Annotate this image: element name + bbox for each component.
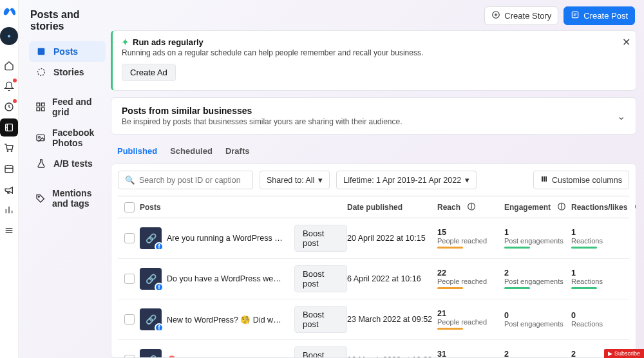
metric-reach: 15People reached bbox=[437, 228, 504, 249]
chevron-down-icon[interactable]: ⌄ bbox=[617, 110, 625, 122]
sidebar-item-posts[interactable]: Posts bbox=[29, 41, 106, 62]
posts-icon bbox=[35, 46, 47, 57]
metric-value: 0 bbox=[571, 311, 625, 320]
caret-down-icon: ▾ bbox=[318, 175, 323, 185]
columns-icon bbox=[540, 175, 548, 185]
table-row[interactable]: 🔗fAre you running a WordPress w…Boost po… bbox=[118, 218, 629, 259]
metric-engagement: 0Post engagements bbox=[504, 311, 571, 328]
metric-label: Reactions bbox=[571, 278, 625, 285]
search-input[interactable]: 🔍 bbox=[118, 171, 253, 189]
col-reach: Reach bbox=[437, 203, 460, 212]
col-posts: Posts bbox=[140, 203, 294, 212]
info-icon[interactable]: ⓘ bbox=[635, 202, 636, 212]
stories-icon bbox=[35, 67, 47, 77]
metric-bar bbox=[437, 287, 463, 289]
svg-rect-5 bbox=[37, 103, 40, 106]
metric-label: Post engagements bbox=[504, 278, 571, 285]
boost-post-button[interactable]: Boost post bbox=[294, 225, 347, 252]
plus-circle-icon bbox=[491, 10, 500, 21]
topbar: Create Story Create Post bbox=[111, 6, 636, 30]
tab-published[interactable]: Published bbox=[117, 145, 157, 157]
customise-columns-button[interactable]: Customise columns bbox=[533, 171, 629, 189]
metric-reactions: 0Reactions bbox=[571, 311, 625, 328]
sidebar-item-ab-tests[interactable]: A/B tests bbox=[29, 153, 106, 174]
svg-rect-3 bbox=[38, 48, 45, 55]
grid-icon bbox=[35, 102, 46, 112]
svg-rect-8 bbox=[41, 108, 44, 111]
close-icon[interactable]: ✕ bbox=[622, 36, 630, 48]
create-ad-button[interactable]: Create Ad bbox=[122, 64, 176, 81]
col-reactions: Reactions/likes bbox=[571, 203, 627, 212]
svg-rect-22 bbox=[545, 176, 547, 182]
row-checkbox[interactable] bbox=[124, 314, 135, 325]
sidebar-item-label: Posts bbox=[53, 46, 78, 57]
metric-value: 2 bbox=[504, 268, 571, 278]
metric-engagement: 2Post engagements bbox=[504, 350, 571, 358]
svg-rect-2 bbox=[5, 165, 13, 173]
boost-post-button[interactable]: Boost post bbox=[294, 306, 347, 333]
facebook-badge-icon: f bbox=[155, 283, 164, 290]
table-row[interactable]: 🔗fNew to WordPress? 🧐 Did we b…Boost pos… bbox=[118, 299, 629, 340]
shared-to-filter[interactable]: Shared to: All ▾ bbox=[260, 171, 330, 189]
metric-value: 1 bbox=[571, 228, 625, 237]
info-icon[interactable]: ⓘ bbox=[558, 202, 565, 212]
account-avatar[interactable]: ● bbox=[0, 27, 18, 45]
metric-engagement: 1Post engagements bbox=[504, 228, 571, 249]
main: Create Story Create Post ✕ ✦ Run ads reg… bbox=[111, 0, 644, 358]
metric-label: Reactions bbox=[571, 320, 625, 328]
sidebar-item-mentions[interactable]: Mentions and tags bbox=[29, 183, 106, 214]
megaphone-icon[interactable] bbox=[0, 180, 18, 198]
row-checkbox[interactable] bbox=[124, 355, 135, 358]
button-label: Create Story bbox=[504, 11, 551, 21]
tab-scheduled[interactable]: Scheduled bbox=[170, 145, 213, 157]
menu-icon[interactable] bbox=[0, 221, 18, 240]
info-icon[interactable]: ⓘ bbox=[468, 202, 475, 212]
row-checkbox[interactable] bbox=[124, 233, 135, 243]
select-all-checkbox[interactable] bbox=[124, 202, 135, 212]
date-range-filter[interactable]: Lifetime: 1 Apr 2019-21 Apr 2022 ▾ bbox=[336, 171, 477, 189]
calendar-icon[interactable] bbox=[0, 160, 18, 178]
tab-drafts[interactable]: Drafts bbox=[225, 145, 250, 157]
svg-point-10 bbox=[39, 137, 41, 138]
post-thumbnail: 🔗f bbox=[140, 268, 162, 290]
metric-bar bbox=[571, 247, 597, 249]
sidebar-item-photos[interactable]: Facebook Photos bbox=[29, 122, 106, 153]
post-thumbnail: 🔗f bbox=[140, 349, 162, 358]
metric-bar bbox=[571, 287, 597, 289]
page-title: Posts and stories bbox=[29, 9, 106, 32]
facebook-badge-icon: f bbox=[155, 323, 164, 330]
metric-value: 31 bbox=[437, 350, 504, 358]
metric-reach: 21People reached bbox=[437, 309, 504, 330]
sidebar-item-label: A/B tests bbox=[53, 158, 93, 169]
metric-label: Post engagements bbox=[504, 237, 571, 245]
date-published: 23 March 2022 at 09:52 bbox=[347, 315, 437, 324]
metric-reactions: 1Reactions bbox=[571, 268, 625, 289]
metric-label: People reached bbox=[437, 237, 504, 245]
cart-icon[interactable] bbox=[0, 139, 18, 157]
posts-rail-icon[interactable] bbox=[0, 118, 18, 137]
sidebar-item-stories[interactable]: Stories bbox=[29, 62, 106, 82]
col-date: Date published bbox=[347, 203, 437, 212]
subscribe-badge[interactable]: ▶ Subscribe bbox=[604, 349, 644, 358]
row-checkbox[interactable] bbox=[124, 274, 135, 284]
tabs: Published Scheduled Drafts bbox=[111, 141, 636, 164]
create-post-button[interactable]: Create Post bbox=[564, 6, 635, 25]
insights-icon[interactable] bbox=[0, 201, 18, 219]
boost-post-button[interactable]: Boost post bbox=[294, 265, 347, 292]
boost-post-button[interactable]: Boost post bbox=[294, 346, 347, 358]
bell-icon[interactable] bbox=[0, 77, 18, 95]
table-row[interactable]: 🔗f🚨 IMPORTANT REMINDER 🚨 S…Boost post16 … bbox=[118, 340, 629, 358]
flask-icon bbox=[35, 158, 47, 169]
suggestions-card[interactable]: Posts from similar businesses Be inspire… bbox=[111, 97, 636, 135]
metric-label: Post engagements bbox=[504, 320, 571, 328]
post-thumbnail: 🔗f bbox=[140, 308, 162, 330]
create-story-button[interactable]: Create Story bbox=[484, 6, 558, 25]
sidebar-item-feed-grid[interactable]: Feed and grid bbox=[29, 91, 106, 122]
search-field[interactable] bbox=[139, 176, 242, 185]
table-row[interactable]: 🔗fDo you have a WordPress websi…Boost po… bbox=[118, 259, 629, 299]
clock-icon[interactable] bbox=[0, 98, 18, 116]
svg-rect-21 bbox=[544, 176, 545, 182]
home-icon[interactable] bbox=[0, 57, 18, 75]
sidebar-item-label: Stories bbox=[53, 67, 84, 77]
chart-line-icon: ✦ bbox=[122, 37, 129, 47]
